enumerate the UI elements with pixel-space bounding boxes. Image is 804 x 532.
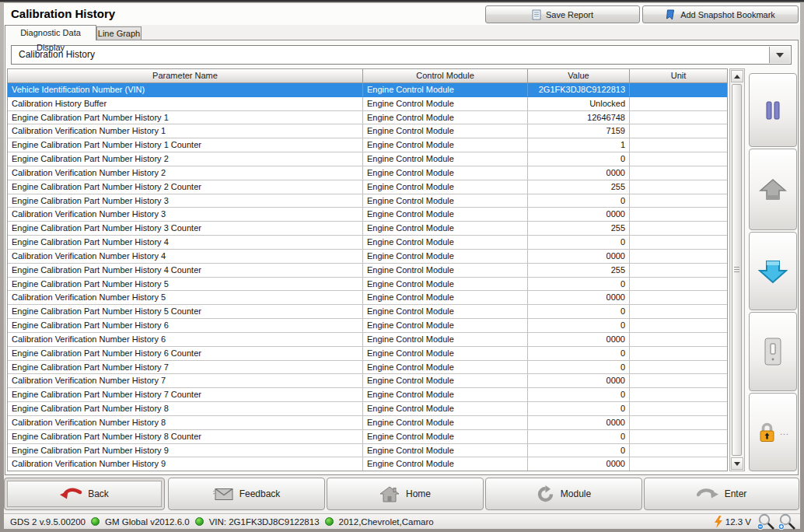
app-content: Calibration History Save Report Add Snap…	[4, 3, 800, 529]
lock-button[interactable]: ...	[749, 393, 797, 471]
cell-value: 0	[528, 236, 630, 249]
cell-unit	[630, 347, 727, 360]
cell-value: 0000	[528, 250, 630, 263]
table-row[interactable]: Calibration Verification Number History …	[8, 250, 727, 264]
app-window: Calibration History Save Report Add Snap…	[0, 0, 804, 532]
table-row[interactable]: Calibration Verification Number History …	[8, 416, 727, 430]
zoom-out-icon[interactable]	[757, 513, 775, 530]
cell-value: 12646748	[528, 111, 630, 124]
cell-unit	[630, 152, 727, 166]
cell-unit	[630, 457, 727, 471]
pause-button[interactable]	[749, 73, 797, 147]
table-row[interactable]: Calibration Verification Number History …	[8, 457, 727, 471]
table-row[interactable]: Engine Calibration Part Number History 3…	[8, 194, 727, 208]
table-row[interactable]: Calibration Verification Number History …	[8, 374, 727, 388]
cell-module: Engine Control Module	[363, 291, 528, 304]
cell-param: Calibration Verification Number History …	[8, 333, 363, 346]
table-row[interactable]: Engine Calibration Part Number History 4…	[8, 236, 727, 250]
cell-param: Engine Calibration Part Number History 1…	[8, 138, 363, 152]
cell-param: Engine Calibration Part Number History 8…	[8, 430, 363, 443]
switch-icon	[764, 338, 782, 366]
enter-button[interactable]: Enter	[644, 478, 799, 510]
cell-value: 0	[528, 347, 630, 360]
cell-value: 255	[528, 222, 630, 235]
cell-module: Engine Control Module	[363, 208, 528, 221]
cell-value: 0000	[528, 333, 630, 346]
scrollbar-grip-icon	[734, 267, 739, 273]
cell-unit	[630, 388, 727, 401]
cell-unit	[630, 97, 727, 110]
cell-module: Engine Control Module	[363, 264, 528, 277]
scrollbar-thumb[interactable]	[732, 84, 742, 456]
save-report-button[interactable]: Save Report	[485, 5, 640, 23]
back-label: Back	[88, 488, 109, 499]
table-row[interactable]: Calibration Verification Number History …	[8, 166, 727, 180]
zoom-in-icon[interactable]	[778, 513, 796, 530]
table-row[interactable]: Engine Calibration Part Number History 7…	[8, 388, 727, 402]
table-row[interactable]: Engine Calibration Part Number History 6…	[8, 347, 727, 361]
cell-param: Engine Calibration Part Number History 6	[8, 319, 363, 332]
dropdown-arrow-button[interactable]	[769, 47, 790, 63]
status-bar: GDS 2 v.9.5.00200 GM Global v2012.6.0 VI…	[4, 513, 800, 529]
cell-value: 0	[528, 444, 630, 457]
table-row[interactable]: Engine Calibration Part Number History 5…	[8, 305, 727, 319]
cell-module: Engine Control Module	[363, 111, 528, 124]
table-row[interactable]: Engine Calibration Part Number History 5…	[8, 278, 727, 292]
table-row[interactable]: Calibration History BufferEngine Control…	[8, 97, 727, 111]
table-row[interactable]: Engine Calibration Part Number History 9…	[8, 444, 727, 458]
table-row[interactable]: Engine Calibration Part Number History 3…	[8, 222, 727, 236]
table-row[interactable]: Engine Calibration Part Number History 8…	[8, 430, 727, 444]
cell-value: 0	[528, 430, 630, 443]
chevron-down-icon	[776, 53, 784, 58]
home-button[interactable]: Home	[327, 478, 484, 510]
cell-unit	[630, 361, 727, 374]
table-row[interactable]: Calibration Verification Number History …	[8, 333, 727, 347]
cell-unit	[630, 236, 727, 249]
back-button[interactable]: Back	[4, 478, 165, 510]
table-row[interactable]: Engine Calibration Part Number History 1…	[8, 138, 727, 152]
cell-param: Engine Calibration Part Number History 3…	[8, 222, 363, 235]
parameter-group-dropdown[interactable]: Calibration History	[11, 45, 792, 65]
cell-param: Engine Calibration Part Number History 2…	[8, 180, 363, 194]
cell-unit	[630, 180, 727, 194]
cell-param: Calibration Verification Number History …	[8, 374, 363, 387]
add-snapshot-bookmark-button[interactable]: Add Snapshot Bookmark	[642, 5, 799, 23]
cell-module: Engine Control Module	[363, 124, 528, 138]
cell-unit	[630, 278, 727, 291]
cell-value: 1	[528, 138, 630, 152]
table-row[interactable]: Engine Calibration Part Number History 2…	[8, 152, 727, 166]
module-button[interactable]: Module	[485, 478, 642, 510]
page-up-button[interactable]	[749, 149, 797, 230]
cell-param: Vehicle Identification Number (VIN)	[8, 83, 363, 96]
table-row[interactable]: Engine Calibration Part Number History 7…	[8, 361, 727, 375]
switch-control-button[interactable]	[749, 312, 797, 391]
feedback-button[interactable]: Feedback	[168, 478, 325, 510]
cell-value: 0	[528, 388, 630, 401]
table-row[interactable]: Engine Calibration Part Number History 2…	[8, 180, 727, 194]
cell-param: Calibration Verification Number History …	[8, 457, 363, 471]
cell-module: Engine Control Module	[363, 347, 528, 360]
table-row[interactable]: Engine Calibration Part Number History 4…	[8, 264, 727, 278]
table-row[interactable]: Vehicle Identification Number (VIN)Engin…	[8, 83, 727, 97]
table-row[interactable]: Engine Calibration Part Number History 1…	[8, 111, 727, 125]
cell-module: Engine Control Module	[363, 83, 528, 96]
app-version-label: GDS 2 v.9.5.00200	[10, 517, 86, 527]
table-row[interactable]: Calibration Verification Number History …	[8, 124, 727, 138]
table-row[interactable]: Calibration Verification Number History …	[8, 291, 727, 305]
scrollbar-up-button[interactable]	[731, 70, 743, 82]
cell-value: 0000	[528, 416, 630, 429]
cell-value: 0000	[528, 457, 630, 471]
table-row[interactable]: Calibration Verification Number History …	[8, 208, 727, 222]
feedback-label: Feedback	[239, 488, 281, 499]
cell-value: 0	[528, 305, 630, 318]
tab-line-graph[interactable]: Line Graph	[96, 26, 142, 40]
table-row[interactable]: Engine Calibration Part Number History 6…	[8, 319, 727, 333]
tab-diagnostic-data-display[interactable]: Diagnostic Data Display	[5, 25, 96, 40]
cell-module: Engine Control Module	[363, 457, 528, 471]
cell-unit	[630, 264, 727, 277]
table-row[interactable]: Engine Calibration Part Number History 8…	[8, 402, 727, 416]
cell-unit	[630, 124, 727, 138]
page-down-button[interactable]	[749, 232, 797, 310]
table-scrollbar[interactable]	[729, 68, 745, 471]
scrollbar-down-button[interactable]	[731, 457, 743, 470]
